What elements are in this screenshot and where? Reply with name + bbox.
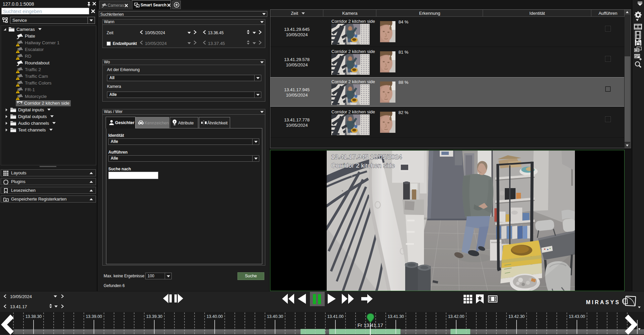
svg-text:Corridor 2 kitchen side: Corridor 2 kitchen side <box>331 162 395 169</box>
svg-text:13.41.17.945 10/05/2024: 13.41.17.945 10/05/2024 <box>331 153 402 160</box>
